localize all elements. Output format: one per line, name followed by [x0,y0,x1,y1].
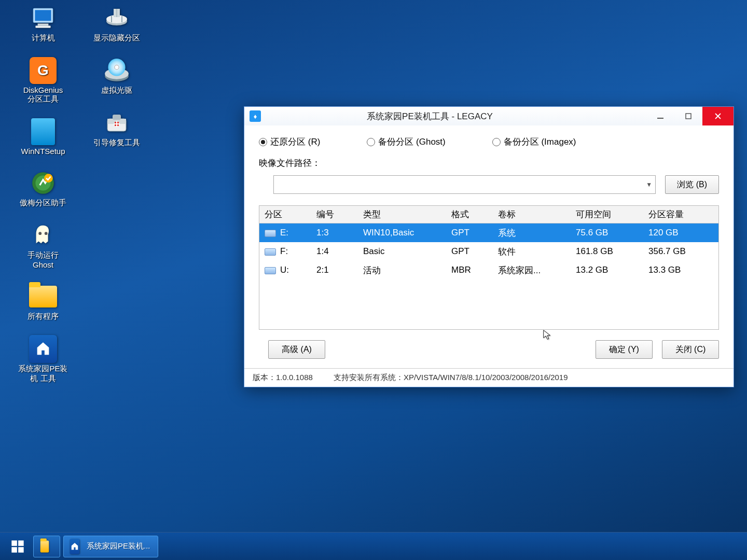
col-free: 可用空间 [571,208,643,220]
window-body: 还原分区 (R) 备份分区 (Ghost) 备份分区 (Imagex) 映像文件… [244,125,734,368]
mode-radios: 还原分区 (R) 备份分区 (Ghost) 备份分区 (Imagex) [259,136,719,148]
radio-restore[interactable]: 还原分区 (R) [259,136,320,148]
taskbar-app-label: 系统家园PE装机... [87,541,150,551]
partition-table: 分区 编号 类型 格式 卷标 可用空间 分区容量 E:1:3WIN10,Basi… [259,205,719,330]
advanced-button[interactable]: 高级 (A) [268,340,325,359]
table-body: E:1:3WIN10,BasicGPT系统75.6 GB120 GBF:1:4B… [259,223,718,279]
icon-label: 系统家园PE装 机 工具 [9,364,77,384]
close-dialog-button[interactable]: 关闭 (C) [662,340,719,359]
icon-label: 引导修复工具 [83,138,150,148]
col-volume: 卷标 [493,208,571,220]
svg-rect-1 [35,10,51,21]
svg-rect-25 [18,540,23,546]
folder-icon [27,284,59,310]
desktop-col2: 显示隐藏分区 虚拟光驱 引导修复工具 [83,5,150,162]
chevron-down-icon: ▼ [646,181,652,188]
bottom-buttons: 高级 (A) 确定 (Y) 关闭 (C) [259,340,719,359]
svg-rect-26 [11,547,17,553]
petool-icon [67,539,82,554]
start-button[interactable] [5,536,30,557]
taskbar: 系统家园PE装机... [0,532,747,560]
icon-label: 手动运行 Ghost [9,250,77,269]
close-button[interactable] [702,107,734,125]
desktop-icon-diskgenius[interactable]: G DiskGenius 分区工具 [9,58,77,104]
petool-icon [27,336,59,362]
window-title: 系统家园PE装机工具 - LEGACY [265,110,646,122]
version-text: 版本：1.0.0.1088 [253,373,313,383]
status-bar: 版本：1.0.0.1088 支持安装所有系统：XP/VISTA/WIN7/8/8… [244,368,734,387]
svg-rect-23 [686,114,691,119]
minimize-button[interactable] [646,107,674,125]
desktop-icon-petool[interactable]: 系统家园PE装 机 工具 [9,336,77,384]
app-window: ♦ 系统家园PE装机工具 - LEGACY 还原分区 (R) 备份分区 (Gho… [244,106,734,387]
cd-icon [101,58,132,83]
browse-button[interactable]: 浏览 (B) [665,175,719,194]
ok-button[interactable]: 确定 (Y) [596,340,653,359]
svg-point-7 [38,232,42,235]
col-partition: 分区 [259,208,311,220]
computer-icon [27,5,59,31]
table-row[interactable]: E:1:3WIN10,BasicGPT系统75.6 GB120 GB [259,223,718,242]
path-label: 映像文件路径： [259,157,321,169]
icon-label: 显示隐藏分区 [83,33,150,43]
diskgenius-icon: G [27,58,59,83]
window-controls [646,107,734,125]
table-header: 分区 编号 类型 格式 卷标 可用空间 分区容量 [259,206,718,223]
toolbox-icon [101,110,132,136]
svg-rect-3 [35,26,50,28]
desktop-icon-showhidden[interactable]: 显示隐藏分区 [83,5,150,43]
winntsetup-icon [27,119,59,145]
taskbar-app[interactable]: 系统家园PE装机... [63,536,158,557]
svg-rect-24 [11,540,17,546]
icon-label: 虚拟光驱 [83,86,150,95]
desktop-icon-aomei[interactable]: 傲梅分区助手 [9,170,77,208]
radio-backup-ghost[interactable]: 备份分区 (Ghost) [367,136,445,148]
maximize-button[interactable] [674,107,702,125]
image-path-row: 映像文件路径： [259,157,719,169]
support-text: 支持安装所有系统：XP/VISTA/WIN7/8/8.1/10/2003/200… [334,373,568,383]
desktop-icon-programs[interactable]: 所有程序 [9,284,77,321]
desktop-icon-bootrepair[interactable]: 引导修复工具 [83,110,150,148]
col-number: 编号 [311,208,358,220]
desktop-icon-ghost[interactable]: 手动运行 Ghost [9,222,77,269]
icon-label: WinNTSetup [9,147,77,156]
svg-rect-27 [18,547,23,553]
titlebar[interactable]: ♦ 系统家园PE装机工具 - LEGACY [244,107,734,125]
icon-label: DiskGenius 分区工具 [9,86,77,104]
ghost-icon [27,222,59,248]
aomei-icon [27,170,59,196]
svg-rect-2 [38,23,49,25]
app-icon: ♦ [250,110,261,122]
taskbar-explorer[interactable] [33,536,60,557]
col-format: 格式 [446,208,493,220]
table-row[interactable]: U:2:1活动MBR系统家园...13.2 GB13.3 GB [259,261,718,279]
desktop-icon-computer[interactable]: 计算机 [9,5,77,43]
icon-label: 计算机 [9,33,77,43]
svg-rect-22 [657,118,663,119]
radio-backup-imagex[interactable]: 备份分区 (Imagex) [492,136,576,148]
col-capacity: 分区容量 [643,208,716,220]
desktop-icon-winntsetup[interactable]: WinNTSetup [9,119,77,156]
svg-rect-21 [114,123,120,124]
image-path-combo[interactable]: ▼ [273,175,656,194]
desktop-icon-virtualcd[interactable]: 虚拟光驱 [83,58,150,95]
partition-icon [101,5,132,31]
svg-point-15 [115,65,119,69]
svg-point-8 [45,232,48,235]
folder-icon [37,539,52,554]
icon-label: 傲梅分区助手 [9,198,77,208]
table-row[interactable]: F:1:4BasicGPT软件161.8 GB356.7 GB [259,242,718,261]
col-type: 类型 [358,208,446,220]
svg-rect-18 [113,115,121,120]
image-path-controls: ▼ 浏览 (B) [259,175,719,194]
icon-label: 所有程序 [9,312,77,321]
